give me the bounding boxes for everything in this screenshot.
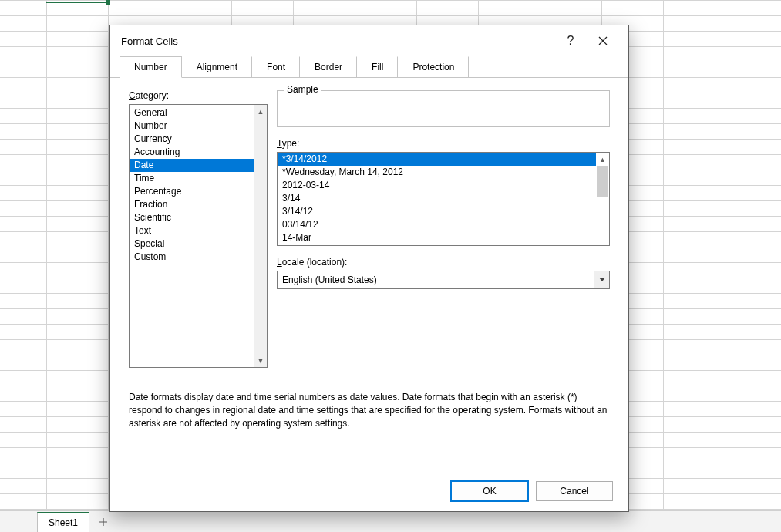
type-item[interactable]: *Wednesday, March 14, 2012 (278, 166, 596, 179)
help-button[interactable]: ? (554, 27, 587, 55)
tab-alignment[interactable]: Alignment (182, 56, 252, 78)
category-item-custom[interactable]: Custom (130, 251, 254, 264)
tab-font[interactable]: Font (252, 56, 300, 78)
category-item-scientific[interactable]: Scientific (130, 211, 254, 224)
scroll-up-icon[interactable]: ▲ (596, 153, 609, 166)
type-item[interactable]: 2012-03-14 (278, 179, 596, 192)
type-item[interactable]: 3/14/12 (278, 205, 596, 218)
description-text: Date formats display date and time seria… (129, 391, 610, 430)
format-cells-dialog: Format Cells ? Number Alignment Font Bor… (109, 25, 629, 512)
dialog-title: Format Cells (120, 35, 554, 47)
category-item-text[interactable]: Text (130, 224, 254, 237)
dropdown-button[interactable] (594, 271, 609, 288)
sheet-tab-sheet1[interactable]: Sheet1 (37, 512, 89, 532)
dialog-footer: OK Cancel (110, 470, 628, 511)
active-cell-indicator (46, 0, 108, 3)
category-item-general[interactable]: General (130, 106, 254, 120)
ok-button[interactable]: OK (451, 481, 528, 501)
category-listbox[interactable]: General Number Currency Accounting Date … (129, 104, 268, 368)
type-label: Type: (277, 138, 610, 149)
tab-number[interactable]: Number (120, 56, 182, 78)
type-scrollbar[interactable]: ▲ ▼ (596, 153, 609, 245)
category-label: Category: (129, 90, 268, 101)
tab-fill[interactable]: Fill (357, 56, 398, 78)
sample-label: Sample (284, 84, 321, 95)
close-button[interactable] (587, 27, 619, 55)
category-item-accounting[interactable]: Accounting (130, 146, 254, 159)
add-sheet-button[interactable] (93, 512, 114, 532)
sample-box: Sample (277, 90, 610, 127)
category-item-number[interactable]: Number (130, 120, 254, 133)
scroll-down-icon[interactable]: ▼ (254, 354, 268, 367)
category-item-percentage[interactable]: Percentage (130, 185, 254, 198)
sheet-tab-bar: Sheet1 (0, 510, 781, 532)
category-item-special[interactable]: Special (130, 237, 254, 251)
locale-label: Locale (location): (277, 257, 610, 268)
type-item[interactable]: 3/14 (278, 192, 596, 205)
category-item-date[interactable]: Date (130, 159, 254, 172)
tab-border[interactable]: Border (300, 56, 357, 78)
category-item-currency[interactable]: Currency (130, 133, 254, 146)
close-icon (598, 36, 608, 45)
sheet-tab-label: Sheet1 (49, 517, 78, 528)
scroll-up-icon[interactable]: ▲ (254, 105, 268, 118)
dialog-tabs: Number Alignment Font Border Fill Protec… (110, 56, 628, 78)
tab-protection[interactable]: Protection (398, 56, 469, 78)
cancel-button[interactable]: Cancel (536, 481, 613, 501)
category-item-time[interactable]: Time (130, 172, 254, 185)
type-item[interactable]: 14-Mar (278, 231, 596, 244)
dialog-titlebar: Format Cells ? (110, 25, 628, 56)
locale-value: English (United States) (278, 274, 594, 285)
locale-dropdown[interactable]: English (United States) (277, 271, 610, 289)
category-scrollbar[interactable]: ▲ ▼ (254, 105, 267, 367)
type-listbox[interactable]: *3/14/2012 *Wednesday, March 14, 2012 20… (277, 152, 610, 246)
type-item[interactable]: 03/14/12 (278, 218, 596, 231)
type-item[interactable]: *3/14/2012 (278, 153, 596, 166)
chevron-down-icon (599, 278, 605, 282)
category-item-fraction[interactable]: Fraction (130, 198, 254, 211)
